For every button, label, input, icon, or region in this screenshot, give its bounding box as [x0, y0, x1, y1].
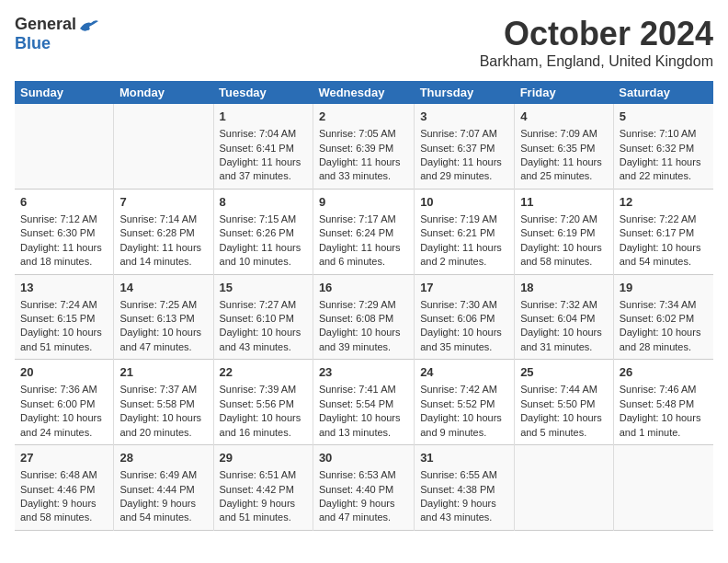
cell-text: Daylight: 10 hours and 1 minute.	[620, 411, 708, 440]
cell-3-5: 17Sunrise: 7:30 AMSunset: 6:06 PMDayligh…	[415, 274, 515, 360]
cell-text: Sunset: 5:56 PM	[220, 397, 307, 411]
day-number: 23	[319, 364, 408, 381]
day-number: 13	[20, 280, 108, 296]
cell-text: Daylight: 10 hours and 28 minutes.	[620, 326, 708, 354]
cell-text: Daylight: 10 hours and 51 minutes.	[20, 326, 108, 354]
cell-4-3: 22Sunrise: 7:39 AMSunset: 5:56 PMDayligh…	[213, 360, 313, 445]
cell-text: Sunrise: 6:55 AM	[420, 468, 508, 482]
cell-5-2: 28Sunrise: 6:49 AMSunset: 4:44 PMDayligh…	[114, 445, 213, 531]
cell-4-7: 26Sunrise: 7:46 AMSunset: 5:48 PMDayligh…	[613, 360, 713, 445]
day-number: 19	[620, 280, 708, 296]
cell-text: Sunrise: 7:44 AM	[520, 383, 608, 396]
cell-text: Sunset: 6:17 PM	[620, 226, 708, 240]
cell-4-2: 21Sunrise: 7:37 AMSunset: 5:58 PMDayligh…	[114, 360, 213, 445]
day-number: 28	[119, 450, 207, 466]
cell-text: Daylight: 9 hours and 43 minutes.	[420, 497, 508, 525]
col-header-wednesday: Wednesday	[313, 81, 414, 104]
cell-text: Daylight: 10 hours and 47 minutes.	[119, 326, 207, 354]
cell-2-6: 11Sunrise: 7:20 AMSunset: 6:19 PMDayligh…	[515, 189, 614, 274]
cell-text: Sunrise: 7:37 AM	[119, 383, 207, 396]
day-number: 18	[520, 280, 608, 296]
cell-text: Sunrise: 7:39 AM	[220, 383, 307, 396]
cell-text: Sunrise: 7:34 AM	[620, 298, 708, 312]
col-header-thursday: Thursday	[415, 81, 515, 104]
day-number: 14	[119, 280, 207, 296]
day-number: 17	[420, 280, 508, 296]
cell-text: Sunrise: 6:49 AM	[119, 468, 207, 482]
col-header-saturday: Saturday	[613, 81, 713, 104]
cell-text: Sunset: 6:39 PM	[319, 142, 408, 155]
cell-text: Sunset: 6:15 PM	[20, 312, 108, 326]
day-number: 16	[319, 280, 408, 296]
cell-2-1: 6Sunrise: 7:12 AMSunset: 6:30 PMDaylight…	[15, 189, 114, 274]
cell-text: Sunset: 5:52 PM	[420, 397, 508, 411]
day-number: 5	[620, 109, 708, 125]
day-number: 8	[220, 194, 307, 211]
cell-1-4: 2Sunrise: 7:05 AMSunset: 6:39 PMDaylight…	[313, 104, 414, 189]
week-row-4: 20Sunrise: 7:36 AMSunset: 6:00 PMDayligh…	[15, 360, 713, 445]
calendar-header-row: SundayMondayTuesdayWednesdayThursdayFrid…	[15, 81, 713, 104]
cell-3-1: 13Sunrise: 7:24 AMSunset: 6:15 PMDayligh…	[15, 274, 114, 360]
cell-text: Sunset: 6:06 PM	[420, 312, 508, 326]
logo-bird-icon	[78, 17, 98, 32]
cell-text: Daylight: 11 hours and 18 minutes.	[20, 241, 108, 270]
cell-text: Sunrise: 7:07 AM	[420, 127, 508, 141]
cell-2-2: 7Sunrise: 7:14 AMSunset: 6:28 PMDaylight…	[114, 189, 213, 274]
cell-text: Daylight: 11 hours and 22 minutes.	[620, 155, 708, 184]
cell-text: Sunrise: 7:30 AM	[420, 298, 508, 312]
cell-4-1: 20Sunrise: 7:36 AMSunset: 6:00 PMDayligh…	[15, 360, 114, 445]
cell-text: Daylight: 10 hours and 5 minutes.	[520, 411, 608, 440]
cell-text: Daylight: 11 hours and 29 minutes.	[420, 155, 508, 184]
cell-text: Daylight: 10 hours and 54 minutes.	[620, 241, 708, 270]
cell-text: Daylight: 10 hours and 20 minutes.	[119, 411, 207, 440]
cell-3-3: 15Sunrise: 7:27 AMSunset: 6:10 PMDayligh…	[213, 274, 313, 360]
cell-text: Daylight: 10 hours and 24 minutes.	[20, 411, 108, 440]
cell-text: Sunrise: 7:27 AM	[220, 298, 307, 312]
cell-text: Sunrise: 7:15 AM	[220, 213, 307, 226]
cell-text: Daylight: 10 hours and 39 minutes.	[319, 326, 408, 354]
cell-text: Sunset: 6:24 PM	[319, 226, 408, 240]
cell-5-6	[515, 445, 614, 531]
location: Barkham, England, United Kingdom	[480, 53, 713, 70]
cell-text: Sunset: 6:08 PM	[319, 312, 408, 326]
cell-text: Sunrise: 7:42 AM	[420, 383, 508, 396]
cell-text: Sunset: 6:00 PM	[20, 397, 108, 411]
cell-text: Sunset: 6:02 PM	[620, 312, 708, 326]
cell-text: Sunrise: 7:20 AM	[520, 213, 608, 226]
week-row-3: 13Sunrise: 7:24 AMSunset: 6:15 PMDayligh…	[15, 274, 713, 360]
cell-1-2	[114, 104, 213, 189]
cell-text: Sunset: 4:44 PM	[119, 483, 207, 497]
cell-3-2: 14Sunrise: 7:25 AMSunset: 6:13 PMDayligh…	[114, 274, 213, 360]
cell-text: Daylight: 10 hours and 58 minutes.	[520, 241, 608, 270]
title-area: October 2024 Barkham, England, United Ki…	[480, 15, 713, 70]
cell-text: Sunset: 6:28 PM	[119, 226, 207, 240]
cell-1-5: 3Sunrise: 7:07 AMSunset: 6:37 PMDaylight…	[415, 104, 515, 189]
cell-text: Sunrise: 7:22 AM	[620, 213, 708, 226]
cell-text: Sunset: 6:13 PM	[119, 312, 207, 326]
cell-2-7: 12Sunrise: 7:22 AMSunset: 6:17 PMDayligh…	[613, 189, 713, 274]
header: General Blue October 2024 Barkham, Engla…	[15, 15, 713, 70]
cell-4-5: 24Sunrise: 7:42 AMSunset: 5:52 PMDayligh…	[415, 360, 515, 445]
cell-text: Sunrise: 7:46 AM	[620, 383, 708, 396]
week-row-1: 1Sunrise: 7:04 AMSunset: 6:41 PMDaylight…	[15, 104, 713, 189]
cell-text: Sunrise: 7:32 AM	[520, 298, 608, 312]
cell-5-1: 27Sunrise: 6:48 AMSunset: 4:46 PMDayligh…	[15, 445, 114, 531]
day-number: 11	[520, 194, 608, 211]
day-number: 31	[420, 450, 508, 466]
cell-text: Sunset: 6:26 PM	[220, 226, 307, 240]
cell-text: Sunrise: 7:36 AM	[20, 383, 108, 396]
day-number: 4	[520, 109, 608, 125]
cell-text: Daylight: 11 hours and 6 minutes.	[319, 241, 408, 270]
cell-text: Daylight: 9 hours and 47 minutes.	[319, 497, 408, 525]
cell-text: Daylight: 11 hours and 14 minutes.	[119, 241, 207, 270]
cell-5-5: 31Sunrise: 6:55 AMSunset: 4:38 PMDayligh…	[415, 445, 515, 531]
cell-text: Sunrise: 7:12 AM	[20, 213, 108, 226]
cell-text: Sunset: 5:50 PM	[520, 397, 608, 411]
cell-text: Daylight: 11 hours and 33 minutes.	[319, 155, 408, 184]
cell-text: Sunrise: 6:53 AM	[319, 468, 408, 482]
cell-text: Daylight: 10 hours and 9 minutes.	[420, 411, 508, 440]
cell-text: Daylight: 11 hours and 25 minutes.	[520, 155, 608, 184]
day-number: 10	[420, 194, 508, 211]
cell-text: Sunset: 4:46 PM	[20, 483, 108, 497]
cell-5-4: 30Sunrise: 6:53 AMSunset: 4:40 PMDayligh…	[313, 445, 414, 531]
